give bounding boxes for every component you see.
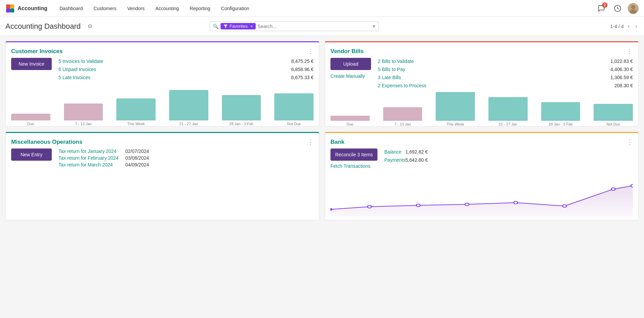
bills-validate-label[interactable]: 2 Bills to Validate bbox=[378, 59, 414, 64]
invoices-unpaid-value: 6,858.96 € bbox=[291, 67, 314, 72]
svg-point-10 bbox=[368, 205, 372, 208]
misc-entry-0: Tax return for January 2024 02/07/2024 bbox=[59, 149, 149, 154]
bank-line-chart bbox=[330, 176, 633, 216]
svg-rect-3 bbox=[10, 8, 14, 13]
bills-late-label[interactable]: 3 Late Bills bbox=[378, 75, 401, 80]
customer-invoices-header: Customer Invoices ⋮ bbox=[6, 42, 319, 58]
vendor-bills-card: Vendor Bills ⋮ Upload Create Manually 2 … bbox=[325, 41, 639, 127]
misc-entry-label-0[interactable]: Tax return for January 2024 bbox=[59, 149, 116, 154]
bar-label: This Week bbox=[127, 122, 145, 126]
filter-label: Favorites bbox=[229, 24, 247, 29]
bar-group: Due bbox=[330, 116, 370, 126]
new-entry-button[interactable]: New Entry bbox=[11, 149, 52, 161]
misc-entry-date-0: 02/07/2024 bbox=[125, 149, 149, 154]
bank-title: Bank bbox=[330, 139, 345, 145]
nav-customers[interactable]: Customers bbox=[88, 0, 122, 17]
nav-vendors[interactable]: Vendors bbox=[122, 0, 150, 17]
nav-configuration[interactable]: Configuration bbox=[216, 0, 255, 17]
bank-stats: Balance 1,692.82 € Payments 5,642.80 € bbox=[384, 149, 428, 169]
bar-label: Not Due bbox=[606, 122, 620, 126]
search-input[interactable] bbox=[258, 24, 370, 29]
invoices-validate-label[interactable]: 5 Invoices to Validate bbox=[59, 59, 103, 64]
stat-row-balance: Balance 1,692.82 € bbox=[384, 149, 428, 155]
bar-group: 21 - 27 Jan bbox=[488, 97, 528, 126]
nav-reporting[interactable]: Reporting bbox=[184, 0, 216, 17]
nav-accounting[interactable]: Accounting bbox=[150, 0, 184, 17]
payments-value: 5,642.80 € bbox=[406, 157, 428, 163]
bar bbox=[383, 107, 422, 121]
expenses-label[interactable]: 2 Expenses to Process bbox=[378, 83, 426, 88]
misc-entry-date-2: 04/09/2024 bbox=[125, 162, 149, 167]
clock-button[interactable] bbox=[612, 2, 624, 15]
misc-operations-menu[interactable]: ⋮ bbox=[307, 138, 314, 146]
create-manually-button[interactable]: Create Manually bbox=[330, 73, 371, 79]
search-dropdown-icon[interactable]: ▼ bbox=[372, 24, 376, 29]
bar-group: Not Due bbox=[274, 93, 314, 126]
customer-invoices-title: Customer Invoices bbox=[11, 48, 63, 55]
upload-button[interactable]: Upload bbox=[330, 58, 371, 70]
stat-row-payments: Payments 5,642.80 € bbox=[384, 157, 428, 163]
logo[interactable]: Accounting bbox=[5, 4, 47, 13]
filter-close[interactable]: × bbox=[250, 24, 253, 29]
bar-group: Not Due bbox=[594, 104, 633, 126]
misc-operations-body: New Entry Tax return for January 2024 02… bbox=[6, 149, 319, 220]
bar-label: Due bbox=[347, 122, 353, 126]
bar-label: This Week bbox=[446, 122, 464, 126]
misc-entry-label-2[interactable]: Tax return for March 2024 bbox=[59, 162, 113, 167]
balance-value: 1,692.82 € bbox=[406, 149, 428, 155]
bar-group: 28 Jan - 3 Feb bbox=[222, 95, 261, 126]
bar bbox=[11, 114, 50, 120]
customer-invoices-card: Customer Invoices ⋮ New Invoice 5 Invoic… bbox=[5, 41, 319, 127]
vendor-bills-menu[interactable]: ⋮ bbox=[627, 48, 633, 55]
pagination-next[interactable]: › bbox=[634, 23, 639, 30]
stat-row-bills-late: 3 Late Bills 1,306.59 € bbox=[378, 74, 633, 81]
reconcile-button[interactable]: Reconcile 3 Items bbox=[330, 149, 377, 161]
settings-icon[interactable]: ⚙ bbox=[88, 23, 92, 29]
user-avatar[interactable] bbox=[628, 3, 639, 14]
svg-point-6 bbox=[631, 5, 635, 9]
bills-pay-value: 4,406.30 € bbox=[611, 67, 633, 72]
invoices-unpaid-label[interactable]: 6 Unpaid Invoices bbox=[59, 67, 96, 72]
invoices-late-label[interactable]: 5 Late Invoices bbox=[59, 75, 90, 80]
bar bbox=[64, 104, 103, 120]
bills-pay-label[interactable]: 5 Bills to Pay bbox=[378, 67, 405, 72]
clock-icon bbox=[614, 5, 621, 12]
bank-card: Bank ⋮ Reconcile 3 Items Fetch Transacti… bbox=[325, 132, 639, 220]
page-title: Accounting Dashboard bbox=[5, 22, 81, 31]
bank-menu[interactable]: ⋮ bbox=[627, 138, 633, 146]
stat-row-invoices-unpaid: 6 Unpaid Invoices 6,858.96 € bbox=[59, 66, 314, 73]
nav-items: Dashboard Customers Vendors Accounting R… bbox=[54, 0, 595, 17]
bar-group: 7 - 13 Jan bbox=[383, 107, 422, 126]
fetch-transactions-button[interactable]: Fetch Transactions bbox=[330, 163, 377, 169]
payments-label[interactable]: Payments bbox=[384, 157, 405, 163]
misc-entries: Tax return for January 2024 02/07/2024 T… bbox=[59, 149, 149, 216]
bar bbox=[594, 104, 633, 121]
new-invoice-button[interactable]: New Invoice bbox=[11, 58, 52, 70]
filter-chip-favorites[interactable]: Favorites × bbox=[221, 23, 255, 29]
search-bar: 🔍 Favorites × ▼ bbox=[210, 21, 379, 31]
nav-right: 2 bbox=[595, 2, 639, 15]
bar-label: 7 - 13 Jan bbox=[75, 122, 92, 126]
messages-button[interactable]: 2 bbox=[595, 2, 607, 15]
vendor-bills-body: Upload Create Manually 2 Bills to Valida… bbox=[325, 58, 638, 93]
bar-group: 7 - 13 Jan bbox=[64, 104, 103, 126]
pagination-prev[interactable]: ‹ bbox=[626, 23, 631, 30]
bar bbox=[169, 90, 208, 120]
balance-label[interactable]: Balance bbox=[384, 149, 401, 155]
stat-row-invoices-validate: 5 Invoices to Validate 8,475.25 € bbox=[59, 58, 314, 65]
svg-rect-1 bbox=[10, 4, 14, 8]
stat-row-expenses: 2 Expenses to Process 208.30 € bbox=[378, 82, 633, 89]
bills-late-value: 1,306.59 € bbox=[611, 75, 633, 80]
misc-operations-card: Miscellaneous Operations ⋮ New Entry Tax… bbox=[5, 132, 319, 220]
svg-point-13 bbox=[514, 201, 518, 204]
customer-invoices-menu[interactable]: ⋮ bbox=[307, 48, 314, 55]
bar bbox=[274, 93, 314, 120]
customer-invoices-stats: 5 Invoices to Validate 8,475.25 € 6 Unpa… bbox=[59, 58, 314, 89]
logo-text: Accounting bbox=[18, 5, 47, 12]
svg-point-14 bbox=[562, 205, 567, 207]
bar bbox=[116, 98, 156, 120]
nav-dashboard[interactable]: Dashboard bbox=[54, 0, 88, 17]
pagination: 1-4 / 4 ‹ › bbox=[610, 23, 639, 30]
search-icon: 🔍 bbox=[213, 24, 218, 29]
misc-entry-label-1[interactable]: Tax return for February 2024 bbox=[59, 155, 118, 161]
